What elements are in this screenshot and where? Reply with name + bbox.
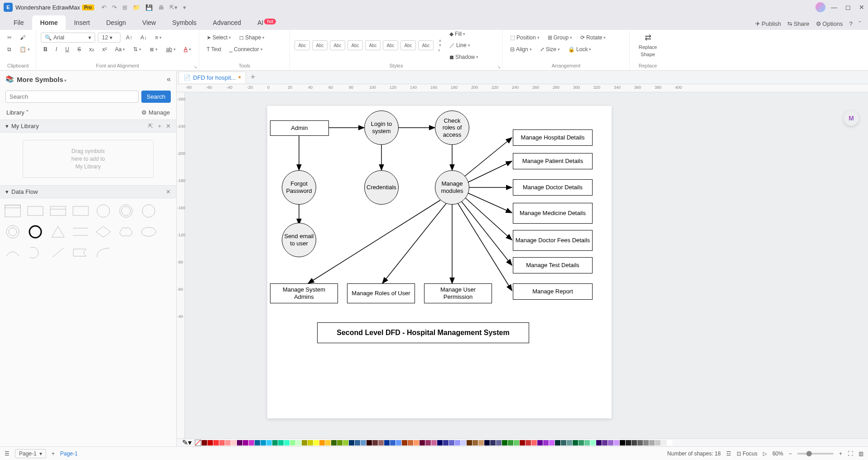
underline-icon[interactable]: U <box>63 44 72 54</box>
shape-circle3[interactable] <box>140 203 158 219</box>
dfd-hospital[interactable]: Manage Hospital Details <box>513 129 593 146</box>
canvas[interactable]: -260-240-200-180-160-120-80-60-40 <box>177 92 868 438</box>
color-swatch[interactable] <box>396 440 401 446</box>
bullets-icon[interactable]: ≣ <box>147 44 160 54</box>
shape-arc3[interactable] <box>94 244 112 261</box>
zoom-level[interactable]: 60% <box>772 450 783 457</box>
color-swatch[interactable] <box>243 440 248 446</box>
minimize-icon[interactable]: — <box>831 4 837 11</box>
color-swatch[interactable] <box>378 440 384 446</box>
open-icon[interactable]: 📁 <box>133 4 140 11</box>
color-swatch[interactable] <box>213 440 219 446</box>
color-swatch[interactable] <box>643 440 649 446</box>
font-launcher-icon[interactable]: ↘ <box>193 64 197 69</box>
color-swatch[interactable] <box>520 440 525 446</box>
strike-icon[interactable]: S <box>75 44 84 54</box>
more-symbols-title[interactable]: More Symbols <box>17 76 67 83</box>
help-icon[interactable]: ? <box>849 20 852 27</box>
color-swatch[interactable] <box>231 440 236 446</box>
cut-icon[interactable]: ✂ <box>5 33 14 43</box>
color-swatch[interactable] <box>602 440 608 446</box>
color-swatch[interactable] <box>319 440 325 446</box>
color-swatch[interactable] <box>284 440 289 446</box>
color-swatch[interactable] <box>207 440 213 446</box>
color-swatch[interactable] <box>579 440 584 446</box>
color-swatch[interactable] <box>296 440 301 446</box>
color-swatch[interactable] <box>325 440 331 446</box>
library-dropzone[interactable]: Drag symbolshere to add toMy Library <box>23 140 154 178</box>
save-icon[interactable]: 💾 <box>145 4 153 11</box>
color-swatch[interactable] <box>443 440 448 446</box>
maximize-icon[interactable]: ◻ <box>845 4 851 11</box>
chevron-down-icon[interactable]: ▾ <box>5 123 9 129</box>
color-swatch[interactable] <box>620 440 625 446</box>
color-swatch[interactable] <box>573 440 578 446</box>
group-button[interactable]: ⊞ Group <box>545 33 575 43</box>
tab-design[interactable]: Design <box>98 15 134 30</box>
user-avatar[interactable] <box>815 2 825 12</box>
color-swatch[interactable] <box>614 440 619 446</box>
color-swatch[interactable] <box>502 440 507 446</box>
dfd-doctor[interactable]: Manage Doctor Details <box>513 179 593 196</box>
color-swatch[interactable] <box>361 440 366 446</box>
close-section-icon[interactable]: ✕ <box>166 188 171 195</box>
superscript-icon[interactable]: x² <box>100 44 110 54</box>
page-selector[interactable]: Page-1▾ <box>15 449 46 458</box>
page-list-icon[interactable]: ☰ <box>5 450 10 457</box>
tab-insert[interactable]: Insert <box>66 15 98 30</box>
dfd-report[interactable]: Manage Report <box>513 283 593 300</box>
color-swatch[interactable] <box>531 440 537 446</box>
font-color-icon[interactable]: A <box>181 44 194 54</box>
shape-circle2[interactable] <box>117 203 135 219</box>
fit-page-icon[interactable]: ⛶ <box>848 450 853 457</box>
library-dropdown[interactable]: Library ˄ <box>6 109 29 116</box>
format-painter-icon[interactable]: 🖌 <box>17 33 28 43</box>
shape-ellipse[interactable] <box>140 224 158 240</box>
paste-button[interactable]: 📋 <box>17 44 33 54</box>
copy-icon[interactable]: ⧉ <box>5 44 14 54</box>
color-swatch[interactable] <box>219 440 225 446</box>
color-swatch[interactable] <box>514 440 519 446</box>
color-swatch[interactable] <box>473 440 478 446</box>
dfd-check-roles[interactable]: Check roles of access <box>435 110 469 145</box>
export-icon[interactable]: ⇱▾ <box>169 4 178 11</box>
symbol-search-input[interactable] <box>5 91 139 103</box>
ai-assistant-button[interactable]: M <box>844 110 859 126</box>
color-swatch[interactable] <box>667 440 672 446</box>
shape-cloud[interactable] <box>117 224 135 240</box>
rotate-button[interactable]: ⟳ Rotate <box>578 33 608 43</box>
color-swatch[interactable] <box>249 440 254 446</box>
add-lib-icon[interactable]: + <box>158 123 161 129</box>
color-swatch[interactable] <box>455 440 460 446</box>
tab-symbols[interactable]: Symbols <box>164 15 205 30</box>
zoom-slider[interactable] <box>797 453 834 455</box>
presentation-icon[interactable]: ▷ <box>763 450 767 457</box>
color-swatch[interactable] <box>431 440 437 446</box>
close-lib-icon[interactable]: ✕ <box>166 123 171 129</box>
layers-icon[interactable]: ☲ <box>726 450 731 457</box>
collapse-ribbon-icon[interactable]: ˆ <box>859 20 861 27</box>
shape-ring[interactable] <box>4 224 22 240</box>
bold-icon[interactable]: B <box>41 44 50 54</box>
color-swatch[interactable] <box>237 440 242 446</box>
size-button[interactable]: ⤢ Size <box>537 44 563 54</box>
shape-circle1[interactable] <box>94 203 112 219</box>
color-swatch[interactable] <box>425 440 431 446</box>
dfd-title[interactable]: Second Level DFD - Hospital Management S… <box>317 322 529 343</box>
color-swatch[interactable] <box>355 440 360 446</box>
shape-entity1[interactable] <box>4 203 22 219</box>
color-swatch[interactable] <box>372 440 378 446</box>
dfd-medicine[interactable]: Manage Medicine Details <box>513 203 593 224</box>
zoom-out-button[interactable]: − <box>789 450 792 457</box>
redo-icon[interactable]: ↷ <box>112 4 117 11</box>
color-swatch[interactable] <box>313 440 319 446</box>
align-text-icon[interactable]: ≡ <box>152 33 164 43</box>
add-page-button[interactable]: + <box>52 450 55 457</box>
chevron-down-icon[interactable]: ▾ <box>5 188 9 195</box>
color-swatch[interactable] <box>449 440 454 446</box>
color-swatch[interactable] <box>343 440 348 446</box>
drawing-page[interactable]: Admin Login to system Check roles of acc… <box>267 106 612 418</box>
dfd-manage-modules[interactable]: Manage modules <box>435 170 469 205</box>
tab-home[interactable]: Home <box>32 15 66 30</box>
dfd-doctor-fees[interactable]: Manage Doctor Fees Details <box>513 230 593 251</box>
